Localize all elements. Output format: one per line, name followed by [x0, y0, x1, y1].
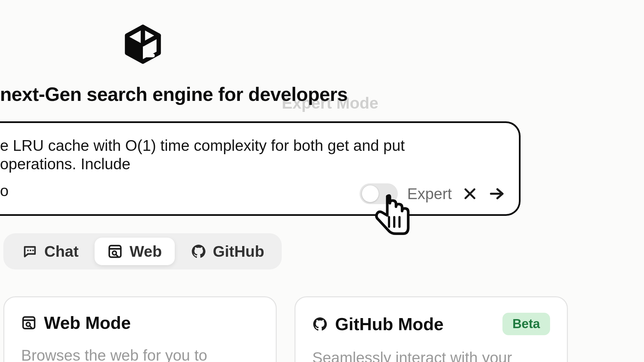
card-github-mode[interactable]: GitHub Mode Beta Seamlessly interact wit… [294, 296, 568, 362]
tab-chat[interactable]: Chat [9, 238, 91, 265]
toggle-knob [362, 185, 379, 202]
tab-github[interactable]: GitHub [178, 238, 277, 265]
tab-web-label: Web [129, 242, 162, 260]
expert-toggle-label: Expert [407, 185, 452, 203]
arrow-right-icon [489, 186, 504, 201]
search-query-text: e LRU cache with O(1) time complexity fo… [0, 136, 483, 173]
browser-search-icon [21, 315, 37, 330]
app-logo [123, 24, 163, 64]
svg-line-21 [30, 326, 32, 328]
card-github-desc: Seamlessly interact with your [312, 349, 550, 362]
svg-point-12 [30, 250, 31, 251]
svg-line-2 [143, 36, 159, 44]
tab-github-label: GitHub [213, 242, 264, 260]
card-web-desc: Browses the web for you to provide [21, 346, 259, 362]
search-query-tail: o [0, 182, 9, 200]
search-box[interactable]: e LRU cache with O(1) time complexity fo… [0, 121, 521, 216]
tab-web[interactable]: Web [95, 238, 174, 265]
svg-point-13 [32, 250, 34, 251]
browser-search-icon [107, 244, 123, 259]
expert-toggle[interactable] [360, 183, 398, 204]
svg-rect-4 [145, 54, 155, 57]
card-web-mode[interactable]: Web Mode Browses the web for you to prov… [3, 296, 277, 362]
submit-button[interactable] [488, 185, 505, 202]
card-web-title: Web Mode [44, 313, 259, 333]
svg-point-11 [27, 250, 29, 251]
github-icon [191, 244, 206, 259]
chat-icon [22, 244, 38, 259]
clear-button[interactable] [461, 185, 479, 202]
github-icon [312, 316, 328, 332]
tab-chat-label: Chat [44, 242, 78, 260]
mode-tabs: Chat Web GitHub [3, 233, 282, 269]
card-github-title: GitHub Mode [335, 314, 495, 334]
close-icon [463, 187, 477, 200]
page-headline: next-Gen search engine for developers [0, 83, 347, 105]
beta-badge: Beta [502, 313, 550, 335]
svg-line-17 [116, 254, 118, 256]
